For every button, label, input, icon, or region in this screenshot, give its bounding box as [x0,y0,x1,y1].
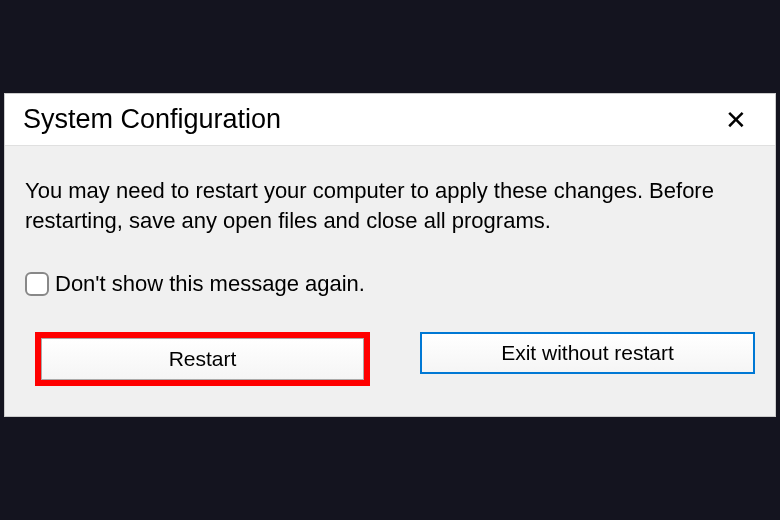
titlebar: System Configuration ✕ [5,94,775,146]
buttons-row: Restart Exit without restart [25,332,755,386]
exit-without-restart-button[interactable]: Exit without restart [420,332,755,374]
restart-button[interactable]: Restart [41,338,364,380]
system-configuration-dialog: System Configuration ✕ You may need to r… [4,93,776,416]
close-icon[interactable]: ✕ [715,107,757,133]
exit-button-wrap: Exit without restart [420,332,755,386]
dialog-content: You may need to restart your computer to… [5,146,775,415]
dont-show-again-checkbox[interactable] [25,272,49,296]
dont-show-again-label: Don't show this message again. [55,271,365,297]
restart-button-highlight: Restart [35,332,370,386]
dialog-message: You may need to restart your computer to… [25,176,755,235]
dont-show-again-checkbox-row[interactable]: Don't show this message again. [25,271,755,297]
dialog-title: System Configuration [23,104,281,135]
